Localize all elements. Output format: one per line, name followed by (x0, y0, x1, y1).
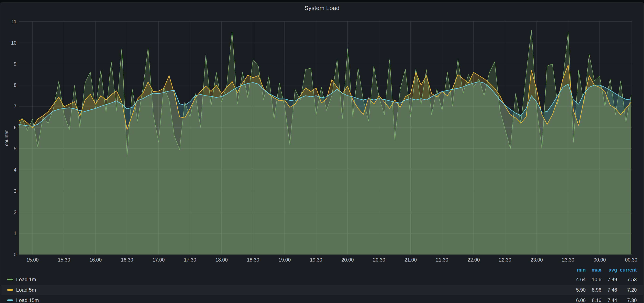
x-axis-labels: 15:0015:3016:0016:3017:0017:3018:0018:30… (26, 257, 637, 262)
legend-header-row: min max avg current (0, 265, 644, 274)
svg-text:15:30: 15:30 (58, 257, 70, 262)
load-chart[interactable]: 0123456789101115:0015:3016:0016:3017:001… (0, 0, 644, 264)
svg-text:20:00: 20:00 (342, 257, 354, 262)
legend-rows: Load 1m4.6410.67.497.53Load 5m5.908.967.… (0, 274, 644, 303)
legend-label-cell: Load 15m (0, 297, 570, 303)
legend-label-cell: Load 1m (0, 276, 570, 282)
svg-text:21:00: 21:00 (404, 257, 417, 262)
svg-text:7: 7 (14, 104, 16, 109)
legend-value-min: 4.64 (570, 277, 586, 282)
svg-text:20:30: 20:30 (373, 257, 385, 262)
svg-text:21:30: 21:30 (436, 257, 448, 262)
svg-text:10: 10 (11, 40, 16, 46)
legend-value-avg: 7.49 (601, 277, 617, 282)
legend-swatch-icon[interactable] (7, 300, 13, 301)
svg-text:4: 4 (14, 167, 16, 172)
legend-value-min: 5.90 (570, 287, 586, 293)
svg-text:6: 6 (14, 125, 16, 130)
svg-text:5: 5 (14, 146, 16, 151)
svg-text:00:00: 00:00 (594, 257, 606, 262)
legend-header-max[interactable]: max (586, 267, 601, 273)
legend-header-avg[interactable]: avg (601, 267, 617, 273)
legend-value-current: 7.30 (617, 298, 637, 303)
svg-text:19:30: 19:30 (310, 257, 322, 262)
legend-value-min: 6.06 (570, 298, 586, 303)
legend-swatch-icon[interactable] (7, 289, 13, 291)
grafana-panel-view: System Load 0123456789101115:0015:3016:0… (0, 0, 644, 303)
svg-text:8: 8 (14, 82, 16, 88)
svg-text:17:00: 17:00 (152, 257, 165, 262)
legend-value-current: 7.53 (617, 277, 637, 282)
svg-text:18:00: 18:00 (215, 257, 228, 262)
legend-series-name[interactable]: Load 15m (16, 297, 39, 303)
svg-text:22:00: 22:00 (468, 257, 480, 262)
svg-text:00:30: 00:30 (625, 257, 637, 262)
y-axis-title: counter (4, 130, 9, 146)
svg-text:19:00: 19:00 (278, 257, 291, 262)
legend-value-current: 7.20 (617, 287, 637, 293)
svg-text:11: 11 (12, 19, 16, 24)
legend-header-current[interactable]: current (617, 267, 637, 273)
legend-value-avg: 7.46 (601, 287, 617, 293)
svg-text:17:30: 17:30 (184, 257, 196, 262)
svg-text:18:30: 18:30 (247, 257, 259, 262)
svg-text:9: 9 (14, 61, 16, 66)
legend-value-max: 10.6 (586, 277, 601, 282)
y-axis-labels: 01234567891011 (11, 19, 16, 257)
legend-value-max: 8.96 (586, 287, 601, 293)
legend-row-load-15m: Load 15m6.068.167.447.30 (0, 295, 644, 303)
svg-text:22:30: 22:30 (499, 257, 512, 262)
legend-row-load-5m: Load 5m5.908.967.467.20 (0, 285, 644, 295)
legend-value-max: 8.16 (586, 298, 601, 303)
legend-series-name[interactable]: Load 5m (16, 287, 36, 293)
svg-text:23:00: 23:00 (530, 257, 543, 262)
svg-text:23:30: 23:30 (562, 257, 574, 262)
svg-text:2: 2 (14, 210, 16, 215)
legend: min max avg current Load 1m4.6410.67.497… (0, 265, 644, 303)
svg-text:15:00: 15:00 (26, 257, 39, 262)
series-fills (19, 30, 631, 254)
legend-header-min[interactable]: min (570, 267, 586, 273)
legend-series-name[interactable]: Load 1m (16, 276, 36, 282)
legend-value-avg: 7.44 (601, 298, 617, 303)
legend-swatch-icon[interactable] (7, 279, 13, 280)
svg-text:0: 0 (14, 252, 16, 257)
legend-row-load-1m: Load 1m4.6410.67.497.53 (0, 274, 644, 285)
svg-text:1: 1 (14, 230, 16, 236)
svg-text:16:30: 16:30 (121, 257, 133, 262)
legend-label-cell: Load 5m (0, 287, 570, 293)
svg-text:3: 3 (14, 188, 16, 194)
svg-text:16:00: 16:00 (90, 257, 102, 262)
